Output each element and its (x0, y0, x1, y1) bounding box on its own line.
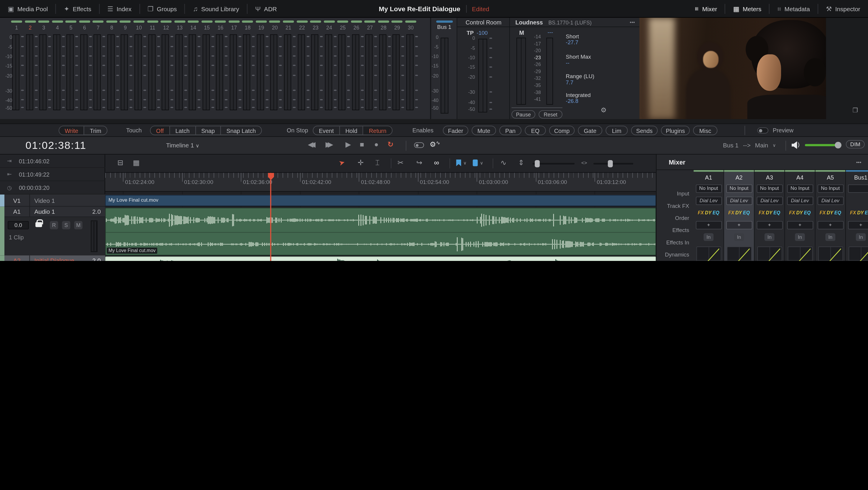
track-header-a1[interactable]: A1Audio 12.0 0.0 R S M 1 Clip (0, 207, 105, 255)
record-arm-pill[interactable] (242, 21, 253, 23)
fade-tool-icon[interactable]: ↪ (416, 158, 422, 167)
add-effect-button[interactable]: + (787, 221, 813, 229)
loudness-pause-button[interactable]: Pause (512, 110, 535, 118)
loudness-reset-button[interactable]: Reset (538, 110, 562, 118)
dynamics-graph[interactable] (787, 247, 813, 261)
horizontal-zoom-knob[interactable] (535, 160, 540, 167)
add-effect-button[interactable]: + (726, 221, 752, 229)
add-effect-button[interactable]: + (756, 221, 782, 229)
track-header-v1[interactable]: V1Video 1 (0, 194, 105, 206)
enable-sends-button[interactable]: Sends (631, 125, 658, 135)
monitor-settings-icon[interactable]: ⚙ (601, 107, 607, 114)
metadata-toggle-button[interactable]: ⌗Metadata (770, 0, 817, 17)
strip-id[interactable]: A1 (693, 172, 723, 182)
input-select-button[interactable]: No Input (695, 184, 721, 193)
index-button[interactable]: ☰Index (100, 0, 140, 17)
clip-color-icon[interactable] (473, 160, 478, 166)
record-arm-pill[interactable] (392, 21, 403, 23)
strip-id[interactable]: Bus1 (846, 172, 868, 182)
preview-toggle[interactable] (757, 127, 768, 134)
flag-marker-icon[interactable] (456, 160, 461, 166)
enable-comp-button[interactable]: Comp (549, 125, 575, 135)
record-arm-pill[interactable] (147, 21, 158, 23)
input-select-button[interactable]: No Input (756, 184, 782, 193)
record-arm-pill[interactable] (269, 21, 280, 23)
enable-fader-button[interactable]: Fader (443, 125, 468, 135)
effects-in-toggle[interactable]: In (825, 233, 835, 241)
dynamics-graph[interactable] (757, 247, 782, 261)
record-arm-pill[interactable] (351, 21, 362, 23)
waveform-view-icon[interactable]: ∿ (500, 158, 506, 167)
strip-id[interactable]: A2 (724, 172, 754, 182)
dim-button[interactable]: DIM (846, 140, 865, 148)
record-arm-pill[interactable] (38, 21, 50, 23)
fx-order-button[interactable]: FXDYEQ (698, 210, 719, 215)
strip-id[interactable]: A5 (815, 172, 845, 182)
record-arm-pill[interactable] (120, 21, 131, 23)
vertical-zoom-knob[interactable] (608, 160, 613, 167)
input-select-button[interactable]: No Input (787, 184, 813, 193)
track-gain[interactable]: 0.0 (8, 221, 29, 229)
strip-id[interactable]: A4 (785, 172, 815, 182)
fx-order-button[interactable]: FXDYEQ (850, 210, 868, 215)
stop-button[interactable]: ■ (360, 140, 364, 148)
effects-button[interactable]: ✦Effects (56, 0, 99, 17)
automation-settings-icon[interactable]: ⚙∿ (430, 140, 440, 148)
record-arm-pill[interactable] (161, 21, 172, 23)
lock-icon[interactable] (35, 222, 42, 227)
onstop-event-button[interactable]: Event (313, 126, 340, 135)
dynamics-graph[interactable] (726, 247, 752, 261)
record-arm-pill[interactable] (215, 21, 226, 23)
effects-in-toggle[interactable]: In (856, 233, 866, 241)
fx-order-button[interactable]: FXDYEQ (759, 210, 780, 215)
input-select-button[interactable]: No Input (817, 184, 843, 193)
record-arm-pill[interactable] (405, 21, 416, 23)
add-effect-button[interactable]: + (695, 221, 721, 229)
audio-clip[interactable]: My Love Final cut.mov (105, 208, 656, 256)
record-button[interactable]: ● (374, 140, 379, 148)
meters-toggle-button[interactable]: ▦Meters (725, 0, 769, 17)
record-arm-button[interactable]: R (50, 221, 58, 229)
sound-library-button[interactable]: ♫Sound Library (185, 0, 247, 17)
rewind-button[interactable]: ◀◀ (308, 140, 312, 148)
touch-snaplatch-button[interactable]: Snap Latch (221, 126, 261, 135)
track-fx-button[interactable]: Dial Lev (726, 196, 752, 205)
record-arm-pill[interactable] (106, 21, 117, 23)
clip-color-dropdown-icon[interactable]: ∨ (480, 161, 483, 166)
timecode-ruler[interactable]: 01:02:24:0001:02:30:0001:02:36:0001:02:4… (105, 173, 656, 192)
track-fx-button[interactable]: Dial Lev (787, 196, 813, 205)
record-arm-pill[interactable] (337, 21, 348, 23)
record-arm-pill[interactable] (256, 21, 267, 23)
record-arm-pill[interactable] (25, 21, 36, 23)
enable-plugins-button[interactable]: Plugins (661, 125, 690, 135)
dynamics-graph[interactable] (848, 247, 868, 261)
fast-forward-button[interactable]: ▶▶ (326, 140, 330, 148)
monitor-volume-knob[interactable] (835, 142, 841, 149)
fit-zoom-icon[interactable]: <> (581, 160, 587, 166)
record-arm-pill[interactable] (52, 21, 63, 23)
touch-latch-button[interactable]: Latch (170, 126, 196, 135)
record-arm-pill[interactable] (229, 21, 240, 23)
bus1-pill[interactable] (436, 21, 453, 23)
enable-gate-button[interactable]: Gate (578, 125, 602, 135)
monitor-path[interactable]: Bus 1 --> Main ∨ (723, 142, 776, 149)
automation-toggle-icon[interactable] (414, 142, 424, 148)
add-effect-button[interactable]: + (848, 221, 868, 229)
adr-button[interactable]: ΨADR (248, 0, 285, 17)
track-fx-button[interactable]: Dial Lev (695, 196, 721, 205)
record-arm-pill[interactable] (11, 21, 22, 23)
range-tool-icon[interactable]: ⌶ (375, 158, 380, 167)
enable-lim-button[interactable]: Lim (606, 125, 627, 135)
inspector-toggle-button[interactable]: ⚒Inspector (818, 0, 868, 17)
scissors-icon[interactable]: ✂ (398, 158, 403, 167)
vertical-zoom-slider[interactable] (593, 163, 633, 165)
track-fx-button[interactable]: Dial Lev (817, 196, 843, 205)
touch-off-button[interactable]: Off (151, 126, 170, 135)
enable-mute-button[interactable]: Mute (472, 125, 496, 135)
mixer-toggle-button[interactable]: ≡Mixer (687, 0, 725, 17)
record-arm-pill[interactable] (323, 21, 335, 23)
trim-tool-icon[interactable]: ✛ (358, 158, 364, 167)
onstop-hold-button[interactable]: Hold (340, 126, 363, 135)
video-clip[interactable]: My Love Final cut.mov (105, 195, 656, 206)
record-arm-pill[interactable] (93, 21, 104, 23)
